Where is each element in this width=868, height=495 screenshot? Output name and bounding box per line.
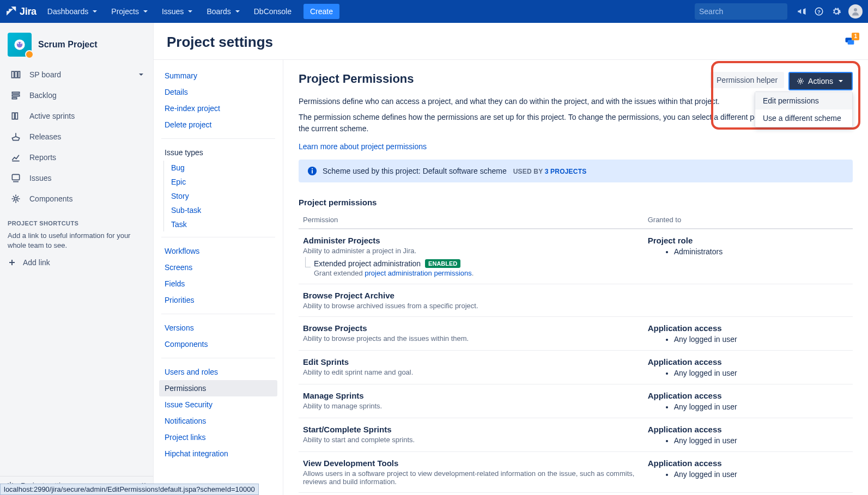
- sn-fields[interactable]: Fields: [159, 276, 277, 292]
- sn-versions[interactable]: Versions: [159, 320, 277, 336]
- chevron-down-icon[interactable]: [137, 70, 145, 79]
- sidebar-item-releases[interactable]: Releases: [3, 126, 150, 147]
- grant-list: Any logged in user: [648, 369, 853, 377]
- svg-rect-23: [312, 170, 313, 173]
- grant-title: Application access: [648, 425, 853, 434]
- col-permission: Permission: [299, 216, 648, 224]
- settings-nav: Summary Details Re-index project Delete …: [154, 60, 283, 495]
- sidebar-item-reports[interactable]: Reports: [3, 147, 150, 168]
- permission-helper-button[interactable]: Permission helper: [710, 72, 784, 88]
- sn-reindex[interactable]: Re-index project: [159, 100, 277, 117]
- sn-users-roles[interactable]: Users and roles: [159, 364, 277, 380]
- component-icon: [10, 193, 22, 205]
- info-icon: [307, 166, 317, 176]
- sidebar-item-active-sprints[interactable]: Active sprints: [3, 106, 150, 126]
- sn-delete[interactable]: Delete project: [159, 117, 277, 133]
- permission-sub: Extended project administrationENABLEDGr…: [303, 259, 648, 277]
- grant-list: Any logged in user: [648, 402, 853, 411]
- nav-links: Dashboards Projects Issues Boards DbCons…: [43, 4, 339, 19]
- plus-icon: [8, 258, 16, 267]
- permission-desc: Ability to administer a project in Jira.: [303, 247, 648, 255]
- sn-subtask[interactable]: Sub-task: [159, 203, 277, 217]
- chevron-down-icon: [233, 7, 242, 16]
- table-row: Browse Project ArchiveAbility to browse …: [299, 284, 853, 317]
- permission-sub-name: Extended project administrationENABLED: [314, 259, 460, 268]
- content-body: Project Permissions Permission helper Ac…: [283, 60, 868, 495]
- grant-title: Project role: [648, 236, 853, 245]
- create-button[interactable]: Create: [304, 4, 339, 19]
- nav-boards[interactable]: Boards: [202, 4, 246, 19]
- permission-sub-desc: Grant extended project administration pe…: [314, 269, 648, 277]
- svg-point-21: [799, 80, 802, 82]
- svg-rect-12: [12, 95, 19, 96]
- action-use-different-scheme[interactable]: Use a different scheme: [755, 109, 852, 127]
- nav-dashboards[interactable]: Dashboards: [43, 4, 104, 19]
- sn-issue-security[interactable]: Issue Security: [159, 396, 277, 413]
- table-row: View Development ToolsAllows users in a …: [299, 452, 853, 493]
- sn-permissions[interactable]: Permissions: [159, 380, 277, 396]
- svg-rect-9: [15, 71, 17, 78]
- shortcuts-header: PROJECT SHORTCUTS: [0, 211, 153, 229]
- permission-name: View Development Tools: [303, 459, 648, 468]
- grant-item: Any logged in user: [674, 402, 853, 411]
- user-avatar[interactable]: [848, 4, 863, 19]
- project-name: Scrum Project: [38, 40, 97, 50]
- svg-rect-8: [12, 71, 14, 78]
- board-switcher[interactable]: SP board: [3, 64, 137, 85]
- grant-item: Any logged in user: [674, 436, 853, 445]
- grant-list: Any logged in user: [648, 436, 853, 445]
- svg-rect-20: [848, 40, 854, 45]
- actions-button[interactable]: Actions: [788, 72, 853, 90]
- svg-rect-11: [12, 92, 19, 94]
- search-box[interactable]: [695, 3, 787, 20]
- permission-name: Browse Projects: [303, 323, 648, 333]
- feedback-button[interactable]: 1: [844, 36, 855, 48]
- permission-name: Browse Project Archive: [303, 291, 648, 300]
- board-icon: [10, 69, 22, 81]
- nav-issues[interactable]: Issues: [157, 4, 199, 19]
- learn-more-link[interactable]: Learn more about project permissions: [299, 142, 427, 151]
- sn-hipchat[interactable]: Hipchat integration: [159, 445, 277, 462]
- nav-projects[interactable]: Projects: [107, 4, 154, 19]
- table-row: Manage SprintsAbility to manage sprints.…: [299, 384, 853, 418]
- sn-notifications[interactable]: Notifications: [159, 413, 277, 429]
- table-row: Edit SprintsAbility to edit sprint name …: [299, 351, 853, 384]
- sn-workflows[interactable]: Workflows: [159, 243, 277, 259]
- help-icon[interactable]: ?: [814, 6, 824, 17]
- sn-task[interactable]: Task: [159, 217, 277, 231]
- sidebar-item-issues[interactable]: Issues: [3, 168, 150, 188]
- sn-components[interactable]: Components: [159, 336, 277, 352]
- megaphone-icon[interactable]: [796, 6, 807, 17]
- permission-sub-link[interactable]: project administration permissions: [365, 269, 472, 277]
- sn-project-links[interactable]: Project links: [159, 429, 277, 445]
- search-input[interactable]: [699, 7, 794, 16]
- svg-rect-10: [18, 71, 20, 78]
- grant-title: Application access: [648, 459, 853, 468]
- sn-epic[interactable]: Epic: [159, 175, 277, 189]
- nav-dbconsole[interactable]: DbConsole: [250, 4, 296, 19]
- action-edit-permissions[interactable]: Edit permissions: [755, 92, 852, 109]
- jira-logo[interactable]: Jira: [5, 5, 37, 17]
- page-title: Project settings: [167, 34, 273, 51]
- sn-summary[interactable]: Summary: [159, 68, 277, 84]
- sn-bug[interactable]: Bug: [159, 161, 277, 175]
- enabled-badge: ENABLED: [425, 259, 460, 268]
- backlog-icon: [10, 89, 22, 101]
- sn-screens[interactable]: Screens: [159, 259, 277, 276]
- project-permissions-heading: Project permissions: [299, 198, 853, 207]
- chevron-down-icon: [836, 77, 845, 85]
- permission-name: Edit Sprints: [303, 357, 648, 366]
- sn-details[interactable]: Details: [159, 84, 277, 100]
- sidebar-item-components[interactable]: Components: [3, 188, 150, 209]
- settings-icon[interactable]: [831, 6, 842, 17]
- gear-icon: [796, 77, 805, 85]
- sn-issue-types-heading[interactable]: Issue types: [159, 144, 277, 161]
- used-by-link[interactable]: 3 PROJECTS: [545, 168, 587, 175]
- sn-story[interactable]: Story: [159, 189, 277, 203]
- grant-item: Any logged in user: [674, 470, 853, 479]
- svg-rect-13: [12, 97, 16, 99]
- grant-list: Any logged in user: [648, 470, 853, 479]
- add-link-button[interactable]: Add link: [0, 253, 153, 272]
- sn-priorities[interactable]: Priorities: [159, 292, 277, 308]
- sidebar-item-backlog[interactable]: Backlog: [3, 85, 150, 106]
